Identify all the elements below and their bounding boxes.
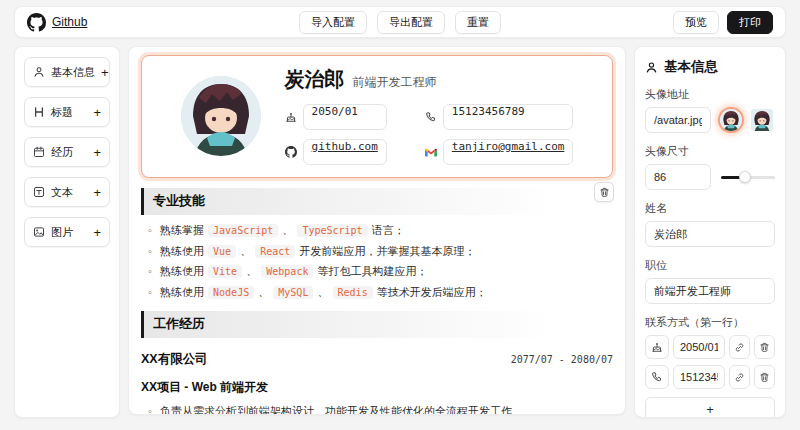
contact-text: 15123456789	[443, 104, 574, 130]
code-chip: NodeJS	[208, 286, 254, 299]
contact-delete-button[interactable]	[754, 365, 775, 389]
contact-delete-button[interactable]	[754, 335, 775, 359]
sidebar-item-basic-info[interactable]: 基本信息+	[24, 57, 110, 87]
skill-item: 熟练使用 Vite 、 Webpack 等打包工具构建应用；	[148, 263, 613, 280]
code-chip: Vue	[208, 245, 236, 258]
phone-icon	[651, 371, 663, 383]
contact-value-input[interactable]	[673, 335, 725, 359]
contact-icon-picker-button[interactable]	[645, 335, 669, 359]
sidebar: 基本信息+标题+经历+文本+图片+	[14, 46, 120, 418]
contact-item: 15123456789	[425, 104, 574, 130]
code-chip: Redis	[333, 286, 373, 299]
skill-text: 熟练使用	[160, 286, 207, 298]
skills-section[interactable]: 专业技能 熟练掌握 JavaScript 、 TypeScript 语言；熟练使…	[129, 188, 625, 301]
sidebar-item-label: 标题	[51, 105, 87, 120]
skill-text: 、	[279, 224, 296, 236]
contact-link-button[interactable]	[729, 335, 750, 359]
add-block-plus: +	[93, 186, 101, 199]
github-link[interactable]: Github	[52, 15, 87, 29]
text-icon	[33, 186, 45, 198]
heading-icon	[33, 106, 45, 118]
slider-thumb[interactable]	[739, 171, 751, 183]
resume-header-block[interactable]: 炭治郎 前端开发工程师 2050/0115123456789github.com…	[141, 55, 613, 178]
work-project-title: XX项目 - Web 前端开发	[141, 379, 613, 396]
github-logo-icon	[27, 13, 46, 32]
code-chip: Vite	[208, 265, 242, 278]
delete-block-button[interactable]	[594, 182, 614, 202]
resume-avatar	[181, 76, 261, 156]
avatar-shape-circle-option[interactable]	[720, 109, 742, 131]
skill-text: 语言；	[369, 224, 405, 236]
reset-button[interactable]: 重置	[455, 11, 501, 34]
sidebar-item-text[interactable]: 文本+	[24, 177, 110, 207]
work-bullet: 负责从需求分析到前端架构设计、功能开发及性能优化的全流程开发工作。	[148, 403, 613, 415]
export-config-button[interactable]: 导出配置	[377, 11, 445, 34]
panel-title-text: 基本信息	[664, 58, 718, 76]
avatar-size-slider[interactable]	[721, 170, 775, 184]
sidebar-item-label: 基本信息	[51, 65, 95, 80]
name-label: 姓名	[645, 201, 775, 216]
phone-icon	[425, 111, 437, 123]
code-chip: JavaScript	[208, 224, 278, 237]
code-chip: TypeScript	[297, 224, 367, 237]
avatar-size-input[interactable]	[645, 164, 711, 190]
resume-contacts: 2050/0115123456789github.comtanjiro@gmai…	[285, 104, 574, 165]
contact-item: 2050/01	[285, 104, 387, 130]
print-button[interactable]: 打印	[727, 11, 773, 34]
sidebar-item-label: 文本	[51, 185, 87, 200]
add-block-plus: +	[93, 106, 101, 119]
contact-line-1-row	[645, 335, 775, 359]
work-bullets: 负责从需求分析到前端架构设计、功能开发及性能优化的全流程开发工作。坚持与产品、设…	[141, 403, 613, 415]
contact-icon-picker-button[interactable]	[645, 365, 669, 389]
skill-item: 熟练掌握 JavaScript 、 TypeScript 语言；	[148, 222, 613, 239]
settings-panel: 基本信息 头像地址 头像尺寸 姓名 职位 联系方式（第一行）+联系方式（第二行）…	[634, 46, 786, 418]
trash-icon	[759, 342, 770, 353]
preview-button[interactable]: 预览	[673, 11, 719, 34]
avatar-url-label: 头像地址	[645, 87, 775, 102]
skill-text: 熟练掌握	[160, 224, 207, 236]
contact-item[interactable]: tanjiro@gmail.com	[425, 139, 574, 165]
contact-link-button[interactable]	[729, 365, 750, 389]
avatar-size-label: 头像尺寸	[645, 144, 775, 159]
skill-text: 、	[237, 245, 254, 257]
add-block-plus: +	[93, 226, 101, 239]
contact-text: tanjiro@gmail.com	[443, 139, 574, 165]
resume-job-title: 前端开发工程师	[353, 74, 437, 91]
link-icon	[734, 342, 745, 353]
sidebar-item-experience[interactable]: 经历+	[24, 137, 110, 167]
skill-text: 熟练使用	[160, 265, 207, 277]
contact-item[interactable]: github.com	[285, 139, 387, 165]
work-company: XX有限公司	[141, 351, 208, 368]
sidebar-item-label: 图片	[51, 225, 87, 240]
link-icon	[734, 372, 745, 383]
contact-line-1-row	[645, 365, 775, 389]
topbar: Github 导入配置 导出配置 重置 预览 打印	[14, 6, 786, 38]
config-actions: 导入配置 导出配置 重置	[299, 11, 501, 34]
job-label: 职位	[645, 258, 775, 273]
avatar-shape-square-option[interactable]	[751, 109, 773, 131]
user-icon	[645, 61, 658, 74]
name-input[interactable]	[645, 221, 775, 247]
avatar-url-input[interactable]	[645, 107, 711, 133]
sidebar-item-image[interactable]: 图片+	[24, 217, 110, 247]
resume-preview: 炭治郎 前端开发工程师 2050/0115123456789github.com…	[129, 55, 625, 415]
import-config-button[interactable]: 导入配置	[299, 11, 367, 34]
work-section[interactable]: 工作经历 XX有限公司 2077/07 - 2080/07 XX项目 - Web…	[129, 311, 625, 415]
brand[interactable]: Github	[27, 13, 87, 32]
skill-text: 等技术开发后端应用；	[374, 286, 487, 298]
sidebar-item-heading[interactable]: 标题+	[24, 97, 110, 127]
contact-line-1-add-button[interactable]: +	[645, 397, 775, 418]
skill-text: 、	[243, 265, 260, 277]
resume-canvas: 炭治郎 前端开发工程师 2050/0115123456789github.com…	[128, 46, 626, 415]
contact-value-input[interactable]	[673, 365, 725, 389]
skill-text: 、	[255, 286, 272, 298]
skill-text: 熟练使用	[160, 245, 207, 257]
contact-line-1-label: 联系方式（第一行）	[645, 315, 775, 330]
contact-text: github.com	[303, 139, 387, 165]
skill-text: 等打包工具构建应用；	[314, 265, 427, 277]
add-block-plus: +	[93, 146, 101, 159]
job-input[interactable]	[645, 278, 775, 304]
skill-item: 熟练使用 Vue 、 React 开发前端应用，并掌握其基本原理；	[148, 243, 613, 260]
trash-icon	[599, 187, 610, 198]
code-chip: React	[255, 245, 295, 258]
